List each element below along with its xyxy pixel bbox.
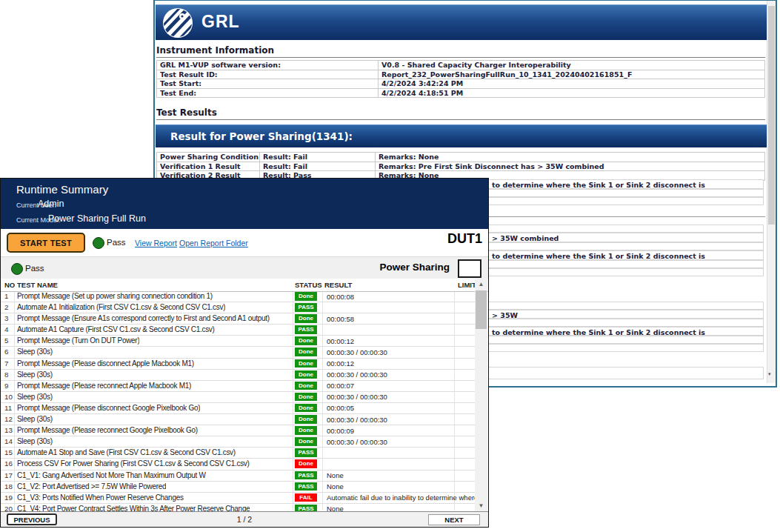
table-row[interactable]: 20C1_V4: Port Power Contract Settles Wit… xyxy=(1,504,475,511)
table-scrollbar[interactable]: ▲ ▼ xyxy=(475,279,487,511)
row-number: 6 xyxy=(4,348,8,356)
table-row[interactable]: 6Sleep (30s)Done00:00:30 / 00:00:30 xyxy=(1,347,475,358)
test-name: Prompt Message (Please disconnect Google… xyxy=(17,404,200,412)
info-value-cell: 4/2/2024 3:42:24 PM xyxy=(379,79,765,89)
status-badge: PASS xyxy=(295,482,317,491)
instrument-information-table: GRL M1-VUP software version:V0.8 - Share… xyxy=(156,60,765,98)
power-sharing-value-box[interactable] xyxy=(458,259,481,278)
test-name: Sleep (30s) xyxy=(17,348,53,356)
result-value: 00:00:30 / 00:00:30 xyxy=(327,393,387,401)
table-row[interactable]: 8Sleep (30s)Done00:00:30 / 00:00:30 xyxy=(1,370,475,381)
row-number: 12 xyxy=(4,415,13,423)
condition-cell: Power Sharing Condition 1 xyxy=(157,153,260,162)
table-row[interactable]: 16Process CSV For Power Sharing (First C… xyxy=(1,459,475,470)
status-badge: Done xyxy=(295,292,317,301)
table-row[interactable]: 17C1_V1: Gang Advertised Not More Than M… xyxy=(1,471,475,482)
view-report-link[interactable]: View Report xyxy=(135,239,177,247)
status-badge: Done xyxy=(295,459,317,468)
info-label-cell: Test Result ID: xyxy=(157,70,379,79)
group-status-label: Pass xyxy=(25,264,44,273)
result-value: 00:00:30 / 00:00:30 xyxy=(327,438,387,446)
table-row[interactable]: 4Automate A1 Capture (First CSV C1.csv &… xyxy=(1,325,475,336)
column-header-result: RESULT xyxy=(324,281,352,289)
start-test-button[interactable]: START TEST xyxy=(7,233,85,253)
test-name: Automate A1 Stop and Save (First CSV C1.… xyxy=(17,448,236,456)
scroll-down-icon[interactable]: ▾ xyxy=(768,372,771,377)
table-row[interactable]: 14Sleep (30s)Done00:00:30 / 00:00:30 xyxy=(1,436,475,448)
result-value: None xyxy=(327,482,344,491)
result-value: 00:00:30 / 00:00:30 xyxy=(327,370,387,379)
table-row[interactable]: 7Prompt Message (Please disconnect Apple… xyxy=(1,359,475,370)
status-badge: Done xyxy=(295,404,317,413)
dut-label: DUT1 xyxy=(447,231,482,247)
remarks-cell: Remarks: None xyxy=(376,153,765,162)
info-row: GRL M1-VUP software version:V0.8 - Share… xyxy=(157,61,765,70)
pass-status-icon xyxy=(93,237,104,249)
info-row: Test End:4/2/2024 4:18:51 PM xyxy=(157,88,765,98)
table-row[interactable]: 2Automate A1 Initialization (First CSV C… xyxy=(1,302,475,313)
table-row[interactable]: 19C1_V3: Ports Notified When Power Reser… xyxy=(1,493,475,504)
row-number: 2 xyxy=(4,303,8,311)
test-name: Prompt Message (Please reconnect Google … xyxy=(17,426,198,434)
scroll-down-icon[interactable]: ▼ xyxy=(475,502,487,509)
status-badge: Done xyxy=(295,359,317,368)
test-name: C1_V2: Port Advertised >= 7.5W While Pow… xyxy=(17,482,166,491)
table-row[interactable]: 1Prompt Message (Set up power sharing co… xyxy=(1,291,475,302)
table-row[interactable]: 13Prompt Message (Please reconnect Googl… xyxy=(1,425,475,436)
info-label-cell: Test Start: xyxy=(157,79,379,89)
next-button[interactable]: NEXT xyxy=(428,514,480,525)
pager-bar: PREVIOUS 1 / 2 NEXT xyxy=(1,511,488,527)
row-number: 5 xyxy=(4,336,8,345)
row-number: 19 xyxy=(4,493,13,502)
test-name: Prompt Message (Please reconnect Apple M… xyxy=(17,382,191,390)
test-name: Prompt Message (Turn On DUT Power) xyxy=(17,336,139,345)
table-row[interactable]: 3Prompt Message (Ensure A1s correspond c… xyxy=(1,313,475,325)
status-badge: Done xyxy=(295,314,317,323)
pass-status-icon xyxy=(11,263,23,275)
test-name: Sleep (30s) xyxy=(17,370,53,379)
table-row[interactable]: 10Sleep (30s)Done00:00:30 / 00:00:30 xyxy=(1,392,475,403)
status-badge: Done xyxy=(295,426,317,435)
page-indicator: 1 / 2 xyxy=(1,515,488,524)
row-number: 18 xyxy=(4,482,13,491)
row-number: 16 xyxy=(4,459,13,468)
table-scrollbar-thumb[interactable] xyxy=(476,290,487,329)
remarks-fragment: to determine where the Sink 1 or Sink 2 … xyxy=(492,252,705,260)
scroll-up-icon[interactable]: ▲ xyxy=(475,281,487,287)
result-cell: Result: Fail xyxy=(260,162,376,171)
test-name: Sleep (30s) xyxy=(17,437,53,445)
table-row[interactable]: 9Prompt Message (Please reconnect Apple … xyxy=(1,381,475,392)
test-name: Prompt Message (Set up power sharing con… xyxy=(17,292,213,300)
result-value: 00:00:12 xyxy=(327,359,354,368)
row-number: 13 xyxy=(4,426,13,434)
instrument-information-heading: Instrument Information xyxy=(156,45,765,58)
column-header-status: STATUS xyxy=(295,281,322,289)
row-number: 9 xyxy=(4,382,8,390)
grl-logo-text: GRL xyxy=(201,12,240,32)
runtime-summary-window: Runtime Summary Current User: Admin Curr… xyxy=(0,178,489,528)
table-row[interactable]: 12Sleep (30s)Done00:00:30 / 00:00:30 xyxy=(1,414,475,425)
report-scrollbar-thumb[interactable] xyxy=(768,6,775,225)
result-section-banner: Result for Power Sharing(1341): xyxy=(156,124,767,147)
report-scrollbar[interactable]: ▾ xyxy=(767,1,776,383)
open-report-folder-link[interactable]: Open Report Folder xyxy=(179,239,248,247)
toolbar: START TEST Pass View Report Open Report … xyxy=(1,229,488,256)
remarks-cell: Remarks: Pre First Sink Disconnect has >… xyxy=(376,162,765,171)
column-header-limit: LIMIT xyxy=(458,281,476,289)
status-badge: PASS xyxy=(295,303,317,312)
row-number: 17 xyxy=(4,471,13,479)
test-name: Sleep (30s) xyxy=(17,393,53,401)
status-badge: PASS xyxy=(295,505,317,511)
result-value: 00:00:08 xyxy=(327,293,354,301)
table-row[interactable]: 15Automate A1 Stop and Save (First CSV C… xyxy=(1,448,475,459)
table-row[interactable]: 18C1_V2: Port Advertised >= 7.5W While P… xyxy=(1,482,475,493)
status-badge: Done xyxy=(295,393,317,402)
current-user-value: Admin xyxy=(38,199,64,209)
row-number: 7 xyxy=(4,359,8,368)
table-row[interactable]: 11Prompt Message (Please disconnect Goog… xyxy=(1,403,475,414)
test-results-heading: Test Results xyxy=(156,107,765,120)
column-header-no: NO xyxy=(4,281,15,289)
table-row[interactable]: 5Prompt Message (Turn On DUT Power)Done0… xyxy=(1,336,475,347)
info-row: Test Result ID:Report_232_PowerSharingFu… xyxy=(157,70,765,79)
column-header-name: TEST NAME xyxy=(17,281,58,289)
